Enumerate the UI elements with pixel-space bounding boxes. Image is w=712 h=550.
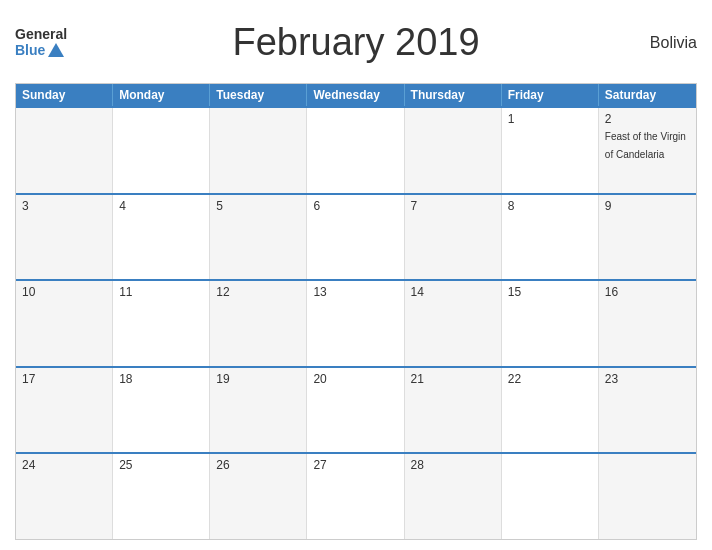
day-cell: 20 xyxy=(307,368,404,453)
day-cell: 21 xyxy=(405,368,502,453)
day-number: 19 xyxy=(216,372,300,386)
day-number: 20 xyxy=(313,372,397,386)
day-cell: 19 xyxy=(210,368,307,453)
day-number: 22 xyxy=(508,372,592,386)
day-number: 28 xyxy=(411,458,495,472)
day-cell: 27 xyxy=(307,454,404,539)
day-number: 4 xyxy=(119,199,203,213)
week-row-0: 12Feast of the Virgin of Candelaria xyxy=(16,106,696,193)
day-header-thursday: Thursday xyxy=(405,84,502,106)
header: General Blue February 2019 Bolivia xyxy=(15,10,697,75)
day-cell: 12 xyxy=(210,281,307,366)
day-cell: 11 xyxy=(113,281,210,366)
day-cell xyxy=(307,108,404,193)
day-number: 21 xyxy=(411,372,495,386)
day-cell: 25 xyxy=(113,454,210,539)
day-cell: 10 xyxy=(16,281,113,366)
day-cell xyxy=(502,454,599,539)
day-cell xyxy=(210,108,307,193)
week-row-1: 3456789 xyxy=(16,193,696,280)
day-cell: 18 xyxy=(113,368,210,453)
day-cell: 13 xyxy=(307,281,404,366)
day-cell: 1 xyxy=(502,108,599,193)
day-number: 25 xyxy=(119,458,203,472)
day-cell: 8 xyxy=(502,195,599,280)
day-cell: 17 xyxy=(16,368,113,453)
calendar-title: February 2019 xyxy=(115,21,597,64)
day-header-wednesday: Wednesday xyxy=(307,84,404,106)
day-cell: 4 xyxy=(113,195,210,280)
day-cell: 6 xyxy=(307,195,404,280)
day-number: 23 xyxy=(605,372,690,386)
day-number: 10 xyxy=(22,285,106,299)
day-number: 17 xyxy=(22,372,106,386)
day-cell xyxy=(113,108,210,193)
day-cell: 14 xyxy=(405,281,502,366)
day-cell: 15 xyxy=(502,281,599,366)
day-cell: 23 xyxy=(599,368,696,453)
day-number: 1 xyxy=(508,112,592,126)
day-header-tuesday: Tuesday xyxy=(210,84,307,106)
logo-blue-text: Blue xyxy=(15,42,45,58)
logo-triangle-icon xyxy=(48,43,64,57)
logo-general-text: General xyxy=(15,27,67,42)
day-number: 3 xyxy=(22,199,106,213)
day-number: 27 xyxy=(313,458,397,472)
weeks-container: 12Feast of the Virgin of Candelaria34567… xyxy=(16,106,696,539)
day-cell xyxy=(599,454,696,539)
day-cell: 24 xyxy=(16,454,113,539)
day-number: 16 xyxy=(605,285,690,299)
day-event: Feast of the Virgin of Candelaria xyxy=(605,131,686,160)
day-cell: 28 xyxy=(405,454,502,539)
day-number: 2 xyxy=(605,112,690,126)
day-cell: 16 xyxy=(599,281,696,366)
country-label: Bolivia xyxy=(597,34,697,52)
day-header-friday: Friday xyxy=(502,84,599,106)
day-number: 7 xyxy=(411,199,495,213)
day-cell: 2Feast of the Virgin of Candelaria xyxy=(599,108,696,193)
day-number: 12 xyxy=(216,285,300,299)
day-cell: 22 xyxy=(502,368,599,453)
week-row-3: 17181920212223 xyxy=(16,366,696,453)
week-row-4: 2425262728 xyxy=(16,452,696,539)
day-number: 18 xyxy=(119,372,203,386)
week-row-2: 10111213141516 xyxy=(16,279,696,366)
day-cell: 26 xyxy=(210,454,307,539)
logo: General Blue xyxy=(15,27,115,58)
day-headers-row: SundayMondayTuesdayWednesdayThursdayFrid… xyxy=(16,84,696,106)
page: General Blue February 2019 Bolivia Sunda… xyxy=(0,0,712,550)
day-cell: 7 xyxy=(405,195,502,280)
day-number: 8 xyxy=(508,199,592,213)
day-number: 6 xyxy=(313,199,397,213)
day-cell: 3 xyxy=(16,195,113,280)
day-number: 24 xyxy=(22,458,106,472)
day-number: 11 xyxy=(119,285,203,299)
day-number: 5 xyxy=(216,199,300,213)
day-number: 14 xyxy=(411,285,495,299)
day-cell xyxy=(405,108,502,193)
calendar: SundayMondayTuesdayWednesdayThursdayFrid… xyxy=(15,83,697,540)
day-cell xyxy=(16,108,113,193)
day-header-saturday: Saturday xyxy=(599,84,696,106)
day-header-monday: Monday xyxy=(113,84,210,106)
day-number: 9 xyxy=(605,199,690,213)
day-number: 13 xyxy=(313,285,397,299)
day-number: 26 xyxy=(216,458,300,472)
day-cell: 5 xyxy=(210,195,307,280)
day-number: 15 xyxy=(508,285,592,299)
day-cell: 9 xyxy=(599,195,696,280)
day-header-sunday: Sunday xyxy=(16,84,113,106)
